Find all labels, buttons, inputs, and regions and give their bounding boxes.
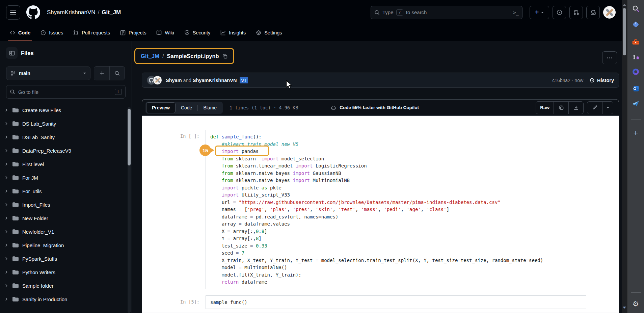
history-button[interactable]: History	[589, 78, 614, 83]
tree-item-folder[interactable]: For_utils	[0, 184, 132, 198]
add-icon[interactable]: +	[631, 128, 641, 138]
collapse-file-tree-button[interactable]	[6, 47, 18, 59]
tab-issues[interactable]: Issues	[35, 25, 68, 41]
tree-item-folder[interactable]: First level	[0, 157, 132, 171]
tree-item-label: New Folder	[22, 215, 48, 221]
tab-projects[interactable]: Projects	[115, 25, 151, 41]
tab-code[interactable]: Code	[5, 25, 35, 41]
copy-path-button[interactable]	[222, 53, 228, 59]
tree-item-folder[interactable]: Import_Files	[0, 198, 132, 211]
chevron-down-icon	[83, 73, 86, 75]
tree-item-folder[interactable]: DataPrep_ReleaseV9	[0, 144, 132, 157]
tree-item-label: Sanity in Production	[22, 296, 67, 302]
file-path-annotation-highlight: Git_JM / SampleScript.ipynb	[134, 48, 234, 64]
tree-item-folder[interactable]: DSLab_Sanity	[0, 130, 132, 144]
tree-item-folder[interactable]: Python Writers	[0, 265, 132, 279]
add-file-button[interactable]	[94, 67, 109, 80]
tree-item-folder[interactable]: Newfolder_V1	[0, 225, 132, 238]
raw-button[interactable]: Raw	[536, 102, 554, 114]
tree-item-folder[interactable]: Sanity in Production	[0, 292, 132, 306]
file-tree: Create New Files DS Lab_Sanity DSLab_San…	[0, 103, 132, 306]
shopping-tag-icon[interactable]	[631, 20, 641, 29]
outlook-icon[interactable]	[631, 84, 641, 93]
scrollbar-thumb[interactable]	[623, 8, 626, 55]
microsoft-365-icon[interactable]	[631, 67, 641, 76]
pencil-icon	[592, 105, 597, 110]
tree-item-label: Import_Files	[22, 202, 50, 208]
scroll-up-arrow-icon[interactable]	[623, 2, 626, 6]
git-pull-request-icon	[73, 30, 79, 35]
tab-security[interactable]: Security	[179, 25, 215, 41]
global-menu-button[interactable]	[6, 5, 20, 20]
user-avatar[interactable]	[603, 6, 616, 19]
chevron-right-icon	[4, 108, 9, 112]
tree-item-folder[interactable]: Pipeline_Migration	[0, 238, 132, 252]
copy-file-button[interactable]	[554, 102, 568, 114]
tree-item-folder[interactable]: New Folder	[0, 211, 132, 225]
search-tree-button[interactable]	[109, 67, 125, 80]
breadcrumb-repo[interactable]: Git_JM	[102, 9, 121, 16]
toolbox-icon[interactable]	[631, 37, 641, 47]
github-logo-icon[interactable]	[26, 5, 40, 19]
tree-item-folder[interactable]: DS Lab_Sanity	[0, 117, 132, 130]
tab-code-view[interactable]: Code	[176, 102, 197, 113]
commit-sha-time[interactable]: c16b4a2 · now	[552, 78, 583, 83]
scroll-down-arrow-icon[interactable]	[623, 307, 626, 310]
copilot-banner[interactable]: Code 55% faster with GitHub Copilot	[330, 105, 419, 111]
tree-item-folder[interactable]: PySpark_Stuffs	[0, 252, 132, 265]
chevron-right-icon	[4, 148, 9, 153]
folder-icon	[12, 175, 19, 181]
paper-plane-icon[interactable]	[631, 99, 641, 108]
tree-item-label: First level	[22, 161, 44, 167]
global-pull-requests-button[interactable]	[569, 6, 583, 19]
folder-icon	[12, 269, 19, 275]
tab-settings[interactable]: Settings	[251, 25, 287, 41]
global-search-input[interactable]: Type / to search >_	[371, 6, 522, 19]
search-icon	[374, 10, 380, 15]
global-issues-button[interactable]	[553, 6, 566, 19]
sidebar-divider	[631, 292, 641, 293]
notebook-cell: sample_func()	[206, 295, 586, 309]
file-toolbar: Preview Code Blame 1 lines (1 loc) · 4.9…	[142, 100, 619, 116]
tree-item-folder[interactable]: Create New Files	[0, 103, 132, 117]
gear-icon	[256, 30, 261, 35]
avatar-tools	[153, 76, 162, 85]
edit-dropdown-button[interactable]	[602, 102, 613, 114]
notebook-preview: In [ ]: def sample_func(): #sklearn_trai…	[142, 116, 619, 313]
issue-opened-icon	[41, 30, 46, 35]
notifications-inbox-button[interactable]	[586, 6, 600, 19]
tree-item-folder[interactable]: Sample folder	[0, 279, 132, 292]
tab-wiki[interactable]: Wiki	[151, 25, 179, 41]
games-icon[interactable]	[631, 52, 641, 61]
edit-actions-group	[587, 101, 613, 114]
create-new-button[interactable]: +	[530, 6, 549, 19]
commit-avatars[interactable]	[147, 76, 162, 85]
slash-key-hint: /	[396, 9, 403, 16]
go-to-file-input[interactable]	[18, 89, 112, 95]
folder-icon	[12, 256, 19, 262]
folder-icon	[12, 283, 19, 289]
bing-search-icon[interactable]	[631, 4, 641, 14]
issue-opened-icon	[557, 9, 562, 15]
download-button[interactable]	[568, 102, 583, 114]
breadcrumb-owner[interactable]: ShyamKrishnanVN	[47, 9, 96, 16]
file-tree-scrollbar-thumb[interactable]	[128, 109, 131, 165]
command-palette-icon[interactable]: >_	[513, 10, 519, 15]
sidebar-collapse-icon	[9, 50, 15, 56]
edit-button[interactable]	[587, 102, 602, 114]
more-options-button[interactable]	[602, 51, 617, 64]
edge-sidebar: + ⚙	[627, 0, 644, 313]
tab-blame[interactable]: Blame	[198, 102, 222, 113]
branch-selector[interactable]: main	[6, 67, 90, 80]
tab-preview[interactable]: Preview	[146, 102, 176, 113]
commit-author-2[interactable]: ShyamKrishnanVN	[193, 78, 237, 83]
chevron-right-icon	[4, 121, 9, 126]
commit-author-1[interactable]: Shyam	[166, 78, 182, 83]
repo-path-link[interactable]: Git_JM	[141, 53, 159, 59]
tab-insights[interactable]: Insights	[215, 25, 251, 41]
tree-item-folder[interactable]: For JM	[0, 171, 132, 184]
tab-pull-requests[interactable]: Pull requests	[68, 25, 115, 41]
file-name: SampleScript.ipynb	[167, 53, 219, 59]
chevron-right-icon	[4, 243, 9, 247]
settings-gear-icon[interactable]: ⚙	[631, 299, 641, 309]
